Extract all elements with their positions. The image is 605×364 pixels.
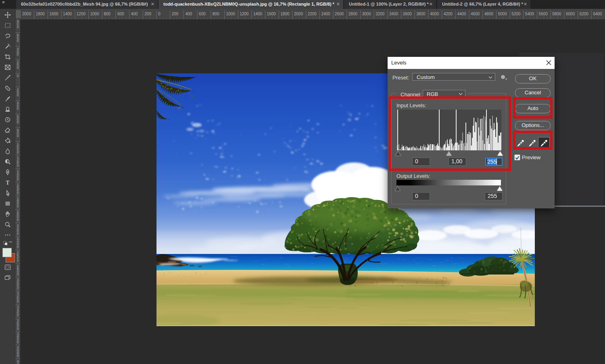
svg-text:2000: 2000 bbox=[22, 12, 31, 16]
svg-text:2800: 2800 bbox=[348, 12, 358, 16]
svg-text:5600: 5600 bbox=[539, 12, 548, 16]
svg-text:600: 600 bbox=[199, 12, 206, 16]
svg-text:1000: 1000 bbox=[226, 12, 236, 16]
svg-text:3000: 3000 bbox=[362, 12, 371, 16]
svg-text:600: 600 bbox=[117, 12, 124, 16]
svg-text:0: 0 bbox=[17, 300, 19, 304]
svg-text:5800: 5800 bbox=[552, 12, 561, 16]
svg-text:T: T bbox=[6, 180, 10, 186]
svg-text:2: 2 bbox=[17, 362, 19, 364]
svg-text:0: 0 bbox=[17, 74, 19, 78]
svg-text:400: 400 bbox=[131, 12, 138, 16]
svg-text:800: 800 bbox=[213, 12, 219, 16]
svg-text:0: 0 bbox=[17, 232, 19, 236]
svg-text:4600: 4600 bbox=[471, 12, 480, 16]
svg-text:1200: 1200 bbox=[77, 12, 86, 16]
svg-text:0: 0 bbox=[17, 354, 19, 358]
svg-text:2600: 2600 bbox=[335, 12, 344, 16]
svg-text:0: 0 bbox=[17, 150, 19, 154]
svg-text:1200: 1200 bbox=[240, 12, 249, 16]
svg-text:0: 0 bbox=[158, 12, 161, 16]
svg-text:0: 0 bbox=[17, 177, 19, 181]
svg-text:6200: 6200 bbox=[580, 12, 589, 16]
svg-text:0: 0 bbox=[17, 259, 19, 263]
svg-text:1600: 1600 bbox=[267, 12, 276, 16]
svg-text:4000: 4000 bbox=[430, 12, 439, 16]
svg-text:1400: 1400 bbox=[253, 12, 263, 16]
svg-text:4800: 4800 bbox=[484, 12, 494, 16]
svg-text:200: 200 bbox=[144, 12, 151, 16]
svg-text:0: 0 bbox=[17, 272, 19, 277]
svg-text:3600: 3600 bbox=[403, 12, 412, 16]
svg-text:3200: 3200 bbox=[376, 12, 385, 16]
svg-text:2000: 2000 bbox=[294, 12, 303, 16]
svg-text:0: 0 bbox=[17, 313, 19, 317]
svg-text:5200: 5200 bbox=[511, 12, 521, 16]
svg-text:2200: 2200 bbox=[308, 12, 317, 16]
svg-text:0: 0 bbox=[17, 340, 19, 344]
svg-text:200: 200 bbox=[172, 12, 179, 16]
svg-text:1400: 1400 bbox=[63, 12, 72, 16]
svg-text:6400: 6400 bbox=[593, 12, 602, 16]
svg-text:0: 0 bbox=[17, 204, 19, 208]
svg-text:1600: 1600 bbox=[49, 12, 58, 16]
svg-text:0: 0 bbox=[17, 191, 19, 195]
svg-text:1800: 1800 bbox=[280, 12, 290, 16]
svg-text:800: 800 bbox=[104, 12, 111, 16]
svg-text:5000: 5000 bbox=[498, 12, 507, 16]
svg-text:1000: 1000 bbox=[90, 12, 100, 16]
svg-text:6000: 6000 bbox=[566, 12, 575, 16]
svg-text:0: 0 bbox=[17, 245, 19, 249]
svg-text:0: 0 bbox=[17, 286, 19, 290]
svg-text:4400: 4400 bbox=[457, 12, 466, 16]
svg-text:3400: 3400 bbox=[389, 12, 398, 16]
svg-text:4200: 4200 bbox=[444, 12, 453, 16]
svg-text:2400: 2400 bbox=[321, 12, 330, 16]
svg-text:0: 0 bbox=[17, 327, 19, 331]
svg-text:400: 400 bbox=[185, 12, 192, 16]
svg-text:5400: 5400 bbox=[525, 12, 534, 16]
svg-text:3800: 3800 bbox=[416, 12, 426, 16]
svg-text:0: 0 bbox=[17, 218, 19, 222]
svg-text:1800: 1800 bbox=[36, 12, 45, 16]
svg-text:0: 0 bbox=[17, 164, 19, 168]
